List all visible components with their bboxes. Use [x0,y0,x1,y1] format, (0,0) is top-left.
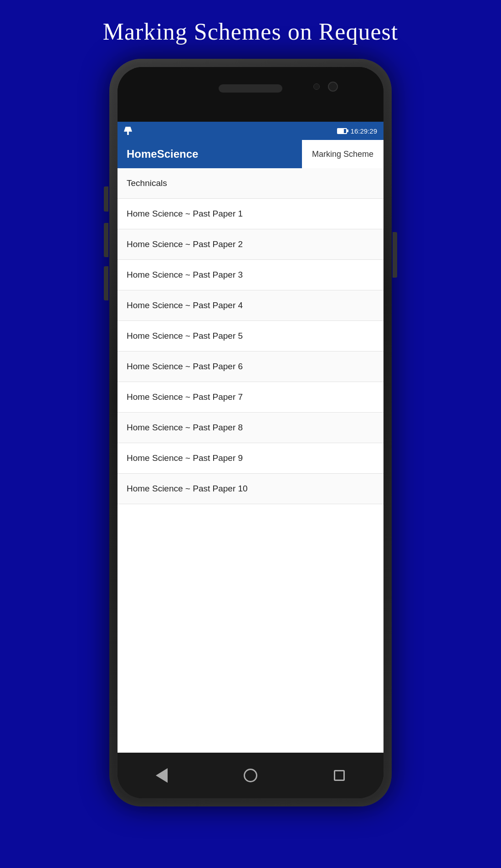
proximity-sensor [313,83,320,90]
front-camera [328,82,338,92]
volume-up-button[interactable] [104,186,108,212]
back-button[interactable] [152,766,171,785]
battery-fill [338,129,344,133]
list-item[interactable]: Home Science ~ Past Paper 1 [118,199,383,229]
past-papers-list: TechnicalsHome Science ~ Past Paper 1Hom… [118,168,383,753]
speaker-grille [219,84,282,93]
bottom-nav-bar [118,753,383,798]
list-spacer [118,504,383,753]
volume-down-button[interactable] [104,223,108,257]
battery-icon [337,128,347,134]
phone-top-area [118,67,383,122]
home-icon [244,769,257,782]
volume-down-button-2[interactable] [104,266,108,300]
list-item[interactable]: Home Science ~ Past Paper 5 [118,321,383,351]
list-item[interactable]: Home Science ~ Past Paper 2 [118,229,383,260]
list-item[interactable]: Home Science ~ Past Paper 4 [118,290,383,321]
status-left [124,127,132,135]
list-item[interactable]: Home Science ~ Past Paper 9 [118,443,383,474]
recents-icon [334,770,345,781]
recents-button[interactable] [330,766,349,785]
list-item[interactable]: Home Science ~ Past Paper 3 [118,260,383,290]
power-button[interactable] [393,232,397,278]
notification-icon [124,127,132,135]
app-title: HomeScience [118,148,302,160]
clock: 16:29:29 [351,127,377,135]
status-bar: 16:29:29 [118,122,383,140]
list-item[interactable]: Home Science ~ Past Paper 8 [118,413,383,443]
app-bar: HomeScience Marking Scheme [118,140,383,168]
list-item[interactable]: Home Science ~ Past Paper 10 [118,474,383,504]
list-item[interactable]: Home Science ~ Past Paper 7 [118,382,383,413]
marking-scheme-button[interactable]: Marking Scheme [302,140,383,168]
list-item[interactable]: Home Science ~ Past Paper 6 [118,351,383,382]
home-button[interactable] [241,766,260,785]
phone-device: 16:29:29 HomeScience Marking Scheme Tech… [109,59,392,806]
phone-screen-area: 16:29:29 HomeScience Marking Scheme Tech… [118,67,383,798]
back-icon [156,768,168,783]
page-heading: Marking Schemes on Request [103,18,398,45]
screen: 16:29:29 HomeScience Marking Scheme Tech… [118,122,383,753]
status-right: 16:29:29 [337,127,377,135]
list-item[interactable]: Technicals [118,168,383,199]
